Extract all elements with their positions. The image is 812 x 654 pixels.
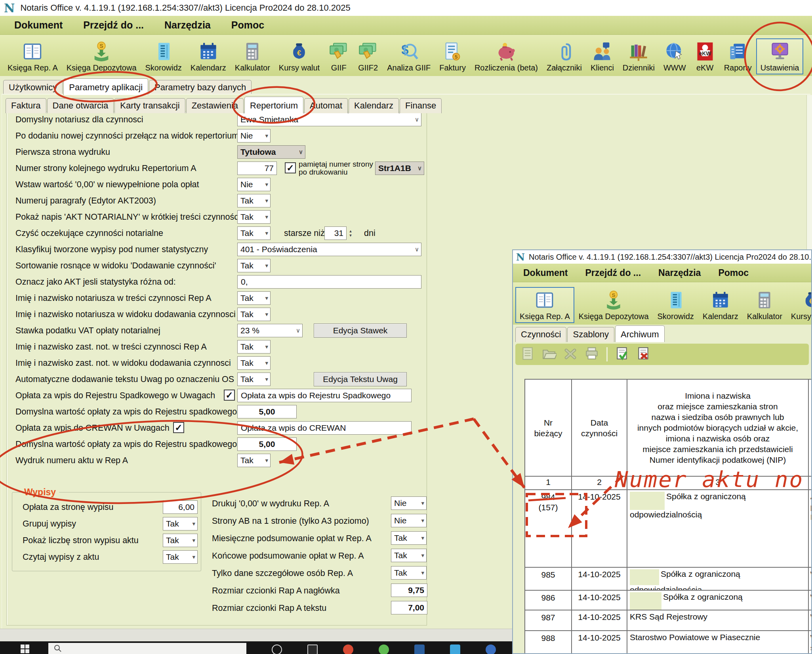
w2tab-czynności[interactable]: Czynności [515, 327, 566, 342]
menu-narzędzia[interactable]: Narzędzia [164, 19, 211, 31]
menu-dokument[interactable]: Dokument [14, 19, 63, 31]
combo-str1a1b[interactable]: Str1A1B∨ [375, 162, 424, 175]
combo-wydruk-numeru-aktu-w-rep-a[interactable]: Tak▾ [237, 454, 271, 467]
green-app-icon[interactable] [379, 644, 389, 654]
doc-new-icon[interactable] [520, 346, 535, 363]
toolbar-dzienniki[interactable]: Dzienniki [618, 38, 659, 74]
toolbar-klienci[interactable]: Klienci [586, 38, 618, 74]
combo-domyslny-notariusz-dla-czynnosci[interactable]: Ewa Smietanka∨ [237, 113, 421, 126]
toolbar-ekw[interactable]: eKWeKW [690, 38, 720, 74]
input-opłata-za-stronę-wypisu[interactable]: 6,00 [163, 500, 198, 514]
combo-numeruj-paragrafy-edytor-akt2003[interactable]: Tak▾ [237, 194, 271, 207]
tab-parametry-bazy-danych[interactable]: Parametry bazy danych [149, 80, 252, 95]
combo-po-dodaniu-nowej-czynności-przełącz-na-widok-repertorium[interactable]: Nie▾ [237, 129, 271, 143]
w2tab-szablony[interactable]: Szablony [567, 327, 614, 342]
toolbar-giif2[interactable]: GIIF2 [353, 38, 383, 74]
toolbar-raporty[interactable]: Raporty [720, 38, 756, 74]
menu-pomoc[interactable]: Pomoc [231, 19, 264, 31]
input-oznacz-jako-akt-jesli-statystyka-różna-od[interactable]: 0, [237, 275, 421, 289]
toolbar-księga-rep-a[interactable]: Księga Rep. A [3, 38, 62, 74]
combo-miesięczne-podsumowanie-opłat-w-rep-a[interactable]: Tak▾ [391, 531, 427, 545]
toolbar-kalkulator[interactable]: Kalkulator [231, 38, 274, 74]
combo-sortowanie-rosnące-w-widoku-dodawanie-czynności[interactable]: Tak▾ [237, 259, 271, 272]
subtab-repertorium[interactable]: Repertorium [244, 97, 303, 113]
menu-przejdź-do[interactable]: Przejdź do ... [585, 268, 641, 278]
blue-app-3-icon[interactable] [486, 644, 496, 654]
checkbox[interactable]: ✓ [173, 422, 184, 433]
input-page-number[interactable]: 77 [237, 162, 277, 175]
combo-czyść-oczekujące-czynności-notarialne[interactable]: Tak▾ [237, 226, 271, 240]
delete-x-icon[interactable] [563, 346, 578, 363]
combo-drukuj-0-00-w-wydruku-rep-a[interactable]: Nie▾ [391, 496, 427, 510]
toolbar-giif[interactable]: GIIF [324, 38, 353, 74]
toolbar-skorowidz[interactable]: Skorowidz [653, 287, 698, 323]
toolbar-księga-depozytowa[interactable]: SKsięga Depozytowa [574, 287, 653, 323]
combo-pokaż-liczbę-stron-wypisu-aktu[interactable]: Tak▾ [163, 534, 198, 547]
checkbox[interactable]: ✓ [285, 162, 296, 173]
combo-czytaj-wypisy-z-aktu[interactable]: Tak▾ [163, 550, 198, 564]
button-edycja-stawek[interactable]: Edycja Stawek [314, 323, 407, 338]
toolbar-kursy-walut[interactable]: €Kursy walut [787, 287, 812, 323]
w2tab-archiwum[interactable]: Archiwum [615, 325, 665, 342]
toolbar-rozliczenia-beta[interactable]: Rozliczenia (beta) [470, 38, 542, 74]
combo-imię-i-nazwisko-zast-not-w-widoku-dodawania-czynnosci[interactable]: Tak▾ [237, 356, 271, 370]
toolbar-kalkulator[interactable]: Kalkulator [743, 287, 787, 323]
menu-przejdź-do[interactable]: Przejdź do ... [83, 19, 144, 31]
chrome-icon[interactable] [343, 644, 353, 654]
input-domyslna-wartość-opłaty-za-wpis-do-rejestru-spadkowego[interactable]: 5,00 [237, 437, 297, 451]
folder-open-icon[interactable] [541, 346, 557, 363]
menu-narzędzia[interactable]: Narzędzia [658, 268, 701, 278]
tab-parametry-aplikacji[interactable]: Parametry aplikacji [63, 78, 148, 95]
doc-check-icon[interactable] [615, 346, 630, 363]
menu-pomoc[interactable]: Pomoc [718, 268, 749, 278]
toolbar-analiza-giif[interactable]: $Analiza GIIF [383, 38, 435, 74]
subtab-faktura[interactable]: Faktura [6, 98, 46, 113]
toolbar-ustawienia[interactable]: Ustawienia [756, 38, 804, 74]
button-edycja-tekstu-uwag[interactable]: Edycja Tekstu Uwag [314, 372, 407, 386]
toolbar-kursy-walut[interactable]: €Kursy walut [274, 38, 324, 74]
combo-grupuj-wypisy[interactable]: Tak▾ [163, 517, 198, 530]
combo-strony-ab-na-1-stronie-tylko-a3-poziomo[interactable]: Nie▾ [391, 514, 427, 527]
toolbar-księga-rep-a[interactable]: Księga Rep. A [515, 287, 574, 323]
doc-cross-icon[interactable] [636, 346, 651, 363]
subtab-kalendarz[interactable]: Kalendarz [349, 98, 399, 113]
toolbar-kalendarz[interactable]: Kalendarz [186, 38, 231, 74]
combo-imię-i-nazwisko-notariusza-w-treści-czynnosci-rep-a[interactable]: Tak▾ [237, 291, 271, 305]
input-days[interactable]: 31 [324, 226, 347, 240]
blue-app-1-icon[interactable] [414, 644, 425, 654]
toolbar-www[interactable]: WWW [659, 38, 690, 74]
subtab-automat[interactable]: Automat [304, 98, 348, 113]
combo-stawka-podatku-vat-opłaty-notarialnej[interactable]: 23 %∨ [237, 324, 303, 337]
combo-końcowe-podsumowanie-opłat-w-rep-a[interactable]: Tak▾ [391, 549, 427, 562]
checkbox[interactable]: ✓ [224, 390, 235, 401]
print-icon[interactable] [584, 346, 599, 363]
input-domyslna-wartość-opłaty-za-wpis-do-rejestru-spadkowego[interactable]: 5,00 [237, 405, 297, 418]
toolbar-załączniki[interactable]: Załączniki [542, 38, 586, 74]
toolbar-skorowidz[interactable]: Skorowidz [141, 38, 186, 74]
toolbar-kalendarz[interactable]: Kalendarz [698, 287, 743, 323]
task-view-icon[interactable] [307, 644, 318, 654]
blue-app-2-icon[interactable] [450, 644, 460, 654]
cortana-circle-icon[interactable] [272, 644, 282, 654]
combo-automatyczne-dodawanie-tekstu-uwag-po-oznaczeniu-os[interactable]: Tak▾ [237, 373, 271, 386]
input-rozmiar-czcionki-rap-a-nagłówka[interactable]: 9,75 [391, 584, 427, 597]
scrollbar[interactable] [806, 95, 812, 249]
subtab-karty-transakcji[interactable]: Karty transakcji [114, 98, 185, 113]
combo-imię-i-nazwisko-notariusza-w-widoku-dodawania-czynnosci[interactable]: Tak▾ [237, 308, 271, 321]
menu-dokument[interactable]: Dokument [523, 268, 568, 278]
combo-wstaw-wartość-0-00-w-niewypełnione-pola-opłat[interactable]: Nie▾ [237, 178, 271, 191]
toolbar-księga-depozytowa[interactable]: SKsięga Depozytowa [62, 38, 141, 74]
combo-pierwsza-strona-wydruku[interactable]: Tytułowa∨ [237, 145, 305, 159]
input-opłata-za-wpis-do-crewan-w-uwagach[interactable]: Opłata za wpis do CREWAN [237, 421, 412, 435]
combo-tylko-dane-szczegółowe-osób-rep-a[interactable]: Tak▾ [391, 566, 427, 580]
combo-pokaż-napis-akt-notarialny-w-krótkiej-treści-czynnośc[interactable]: Tak▾ [237, 210, 271, 224]
windows-start-button[interactable] [21, 644, 29, 653]
input-opłata-za-wpis-do-rejestru-spadkowego-w-uwagach[interactable]: Opłata za wpis do Rejestru Spadkowego [237, 389, 412, 402]
subtab-dane-otwarcia[interactable]: Dane otwarcia [47, 98, 114, 113]
spinner[interactable]: ▴ ▾ [347, 227, 355, 240]
combo-klasyfikuj-tworzone-wypisy-pod-numer-statystyczny[interactable]: 401 - Poświadczenia∨ [237, 243, 421, 256]
tab-użytkownicy[interactable]: Użytkownicy [3, 80, 63, 95]
taskbar-search-input[interactable] [48, 643, 246, 654]
subtab-finanse[interactable]: Finanse [400, 98, 442, 113]
input-rozmiar-czcionki-rap-a-tekstu[interactable]: 7,00 [391, 601, 427, 614]
